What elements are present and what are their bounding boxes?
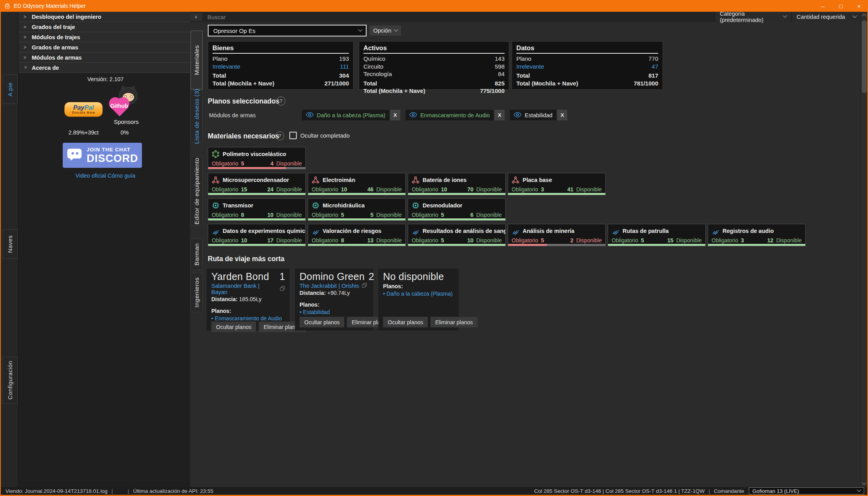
app-body: A pie Naves Configuración >Desbloqueo de… xyxy=(1,12,867,487)
material-card[interactable]: Desmodulador Obligatorio56Disponible xyxy=(408,198,506,221)
video-guide-link[interactable]: Video oficial Cómo guía xyxy=(18,173,192,179)
progress-bar xyxy=(508,244,605,246)
app-icon xyxy=(4,3,10,9)
station-link[interactable]: Salamander Bank | Bayan xyxy=(211,283,285,295)
help-icon[interactable]: ? xyxy=(276,96,285,105)
blueprint-link[interactable]: Enmascaramiento de Audio xyxy=(211,315,285,322)
tab-naves[interactable]: Naves xyxy=(2,229,18,259)
panel-title: Datos xyxy=(516,44,658,54)
tab-ingenieros[interactable]: Ingenieros xyxy=(191,273,203,312)
search-input[interactable] xyxy=(203,12,709,22)
close-button[interactable]: × xyxy=(850,0,868,12)
material-card[interactable]: Datos de experimentos químicos Obligator… xyxy=(208,224,306,246)
sidebar: >Desbloqueo del ingeniero >Grados del tr… xyxy=(18,12,193,487)
maximize-button[interactable]: □ xyxy=(832,0,850,12)
collapse-sidebar-button[interactable]: ‹ xyxy=(190,13,202,21)
scroll-down-icon[interactable] xyxy=(862,480,866,485)
version-label: Versión: 2.107 xyxy=(18,76,192,82)
separator: | xyxy=(708,488,710,494)
sidebar-item-grados-traje[interactable]: >Grados del traje xyxy=(18,22,192,32)
material-row-assets-tech: Transmisor Obligatorio810Disponible Micr… xyxy=(208,198,506,221)
discord-icon xyxy=(67,148,83,163)
remove-chip-button[interactable]: X xyxy=(557,110,567,120)
material-card[interactable]: Resultados de análisis de sangre Obligat… xyxy=(408,224,506,246)
station-link[interactable]: The Jackrabbit | Orishis xyxy=(300,283,369,289)
tab-a-pie[interactable]: A pie xyxy=(2,74,18,104)
eye-icon[interactable] xyxy=(514,112,521,119)
chevron-down-icon: > xyxy=(23,66,28,70)
delete-blueprints-button[interactable]: Eliminar planos xyxy=(430,317,478,327)
progress-bar xyxy=(208,218,305,220)
category-dropdown[interactable]: Categoría (predeterminado) xyxy=(715,12,791,22)
atoms-icon xyxy=(312,176,320,184)
tab-materiales[interactable]: Materiales xyxy=(191,31,203,89)
remove-chip-button[interactable]: X xyxy=(494,110,505,120)
chevron-right-icon: > xyxy=(24,35,27,40)
sidebar-item-desbloqueo[interactable]: >Desbloqueo del ingeniero xyxy=(18,12,192,22)
left-tab-strip: A pie Naves Configuración xyxy=(1,12,18,487)
copy-icon[interactable] xyxy=(280,286,285,292)
github-sponsors-label: Sponsors xyxy=(105,118,148,125)
material-card[interactable]: Rutas de patrulla Obligatorio515Disponib… xyxy=(608,224,706,246)
chevron-right-icon: > xyxy=(24,45,27,50)
hide-blueprints-button[interactable]: Ocultar planos xyxy=(300,317,344,327)
tab-configuracion[interactable]: Configuración xyxy=(2,357,18,404)
material-card[interactable]: Valoración de riesgos Obligatorio813Disp… xyxy=(308,224,406,246)
signal-icon xyxy=(712,227,719,235)
scrollbar-thumb[interactable] xyxy=(862,20,867,93)
sidebar-item-grados-armas[interactable]: >Grados de armas xyxy=(18,42,192,53)
quantity-dropdown[interactable]: Cantidad requerida xyxy=(792,12,861,22)
blueprint-link[interactable]: Daño a la cabeza (Plasma) xyxy=(383,291,454,297)
material-card[interactable]: Polímetro viscoelástico Obligatorio54Dis… xyxy=(208,147,306,169)
sidebar-item-modulos-trajes[interactable]: >Módulos de trajes xyxy=(18,32,192,42)
panel-title: Bienes xyxy=(212,44,349,54)
material-card[interactable]: Placa base Obligatorio341Disponible xyxy=(508,173,606,195)
commander-select[interactable]: Gofioman 13 (LIVE) xyxy=(749,487,864,494)
option-menu-button[interactable]: Opción xyxy=(370,25,401,36)
material-card[interactable]: Registros de audio Obligatorio312Disponi… xyxy=(708,224,806,246)
signal-icon xyxy=(412,227,419,235)
copy-icon[interactable] xyxy=(362,283,367,289)
hide-completed-checkbox[interactable] xyxy=(289,132,297,139)
github-fee-label: 0% xyxy=(108,129,142,136)
scroll-up-icon[interactable] xyxy=(862,14,866,18)
material-card[interactable]: Microsupercondensador Obligatorio1524Dis… xyxy=(208,173,306,195)
tab-barman[interactable]: Barman xyxy=(191,238,203,270)
blueprint-chip[interactable]: Estabilidad X xyxy=(510,110,567,120)
blueprint-chip[interactable]: Enmascaramiento de Audio X xyxy=(405,110,505,120)
wishlist-combobox[interactable]: Opressor Op Es xyxy=(208,25,367,36)
sidebar-item-acerca-de[interactable]: >Acerca de xyxy=(18,63,192,73)
material-card[interactable]: Transmisor Obligatorio810Disponible xyxy=(208,198,306,221)
help-icon[interactable]: ? xyxy=(275,131,284,140)
panel-title: Activos xyxy=(363,44,505,54)
chevron-down-icon xyxy=(857,488,861,492)
commander-label: Comandante xyxy=(714,488,744,494)
progress-bar xyxy=(308,193,405,195)
eye-icon[interactable] xyxy=(306,112,314,119)
remove-chip-button[interactable]: X xyxy=(390,110,400,120)
blueprint-link[interactable]: Estabilidad xyxy=(300,309,369,315)
progress-bar xyxy=(608,244,705,246)
blueprint-chip[interactable]: Daño a la cabeza (Plasma) X xyxy=(302,110,400,120)
tab-editor-equipamiento[interactable]: Editor de equipamiento xyxy=(191,156,203,226)
minimize-button[interactable]: – xyxy=(814,0,832,12)
status-bar: Viendo: Journal.2024-09-14T213718.01.log… xyxy=(1,487,867,495)
engineer-name: No disponible xyxy=(383,271,444,282)
hide-blueprints-button[interactable]: Ocultar planos xyxy=(383,317,428,327)
paypal-donate-button[interactable]: PayPal Donate Now xyxy=(64,102,103,117)
eye-icon[interactable] xyxy=(409,112,417,119)
discord-banner[interactable]: JOIN THE CHAT DISCORD xyxy=(63,143,142,168)
chevron-down-icon xyxy=(358,27,362,32)
material-card[interactable]: Análisis de minería Obligatorio52Disponi… xyxy=(508,224,606,246)
material-card[interactable]: Electroimán Obligatorio1046Disponible xyxy=(308,173,406,195)
signal-icon xyxy=(512,227,519,235)
sidebar-item-modulos-armas[interactable]: >Módulos de armas xyxy=(18,53,192,63)
vertical-scrollbar[interactable] xyxy=(861,12,867,487)
material-card[interactable]: Microhidráulica Obligatorio55Disponible xyxy=(308,198,406,221)
github-sponsors-button[interactable]: Github Sponsors xyxy=(108,86,142,129)
app-window: ED Odyssey Materials Helper – □ × A pie … xyxy=(0,0,868,496)
tab-lista-de-deseos[interactable]: Lista de deseos (3) xyxy=(191,90,203,142)
material-card[interactable]: Batería de iones Obligatorio1070Disponib… xyxy=(408,173,506,195)
main-tab-column: Materiales Lista de deseos (3) Editor de… xyxy=(190,22,203,487)
hide-blueprints-button[interactable]: Ocultar planos xyxy=(211,322,256,332)
